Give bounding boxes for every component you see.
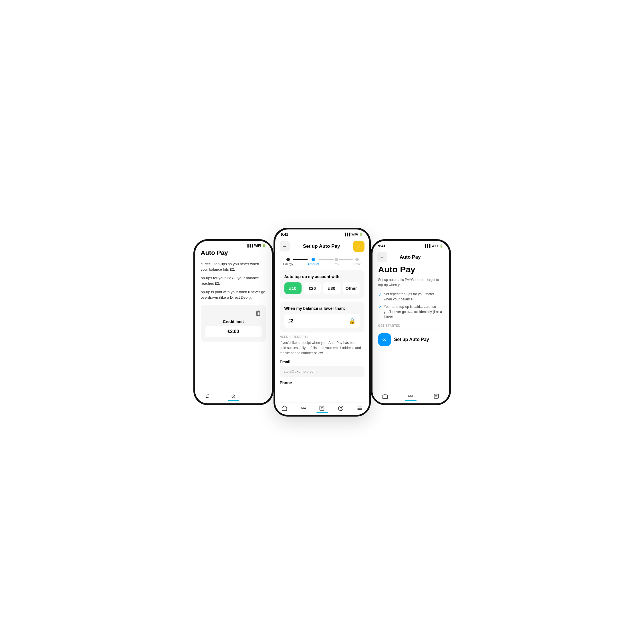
amount-btn-other[interactable]: Other	[343, 282, 360, 294]
left-nav-indicator	[228, 400, 239, 401]
right-content: Auto Pay Set up automatic PAYG top-u... …	[372, 265, 449, 346]
center-nav-billing[interactable]	[319, 405, 325, 411]
svg-point-1	[303, 408, 304, 409]
check-item-2: ✓ Your auto top-up is paid... card, so y…	[378, 304, 443, 320]
left-nav-menu[interactable]: ≡	[257, 393, 261, 399]
left-bottom-nav: £ ⊙ ≡	[195, 390, 272, 403]
check-item-1: ✓ Set repeat top-ups for yo... meter whe…	[378, 292, 443, 302]
credit-value: £2.00	[205, 326, 261, 337]
auto-pay-title: Auto Pay	[378, 265, 443, 274]
center-nav-help[interactable]: ?	[338, 405, 344, 411]
right-wifi-icon: WiFi	[431, 244, 438, 247]
right-back-arrow-icon: ←	[380, 255, 385, 260]
email-input[interactable]	[280, 366, 364, 377]
divider	[378, 330, 443, 330]
back-arrow-icon: ←	[283, 244, 287, 249]
step-label-done: Done	[353, 262, 361, 266]
amount-btn-20[interactable]: £20	[304, 282, 321, 294]
menu-icon: ≡	[257, 393, 261, 399]
phone-label: Phone	[280, 381, 364, 385]
svg-point-13	[408, 396, 409, 397]
credit-label: Credit limit	[205, 319, 261, 324]
topup-card: Auto top-up my account with: £10 £20 £30…	[280, 270, 364, 299]
center-nav-usage[interactable]	[300, 405, 306, 411]
left-description: c PAYG top-ups so you never when your ba…	[201, 261, 266, 300]
balance-card: When my balance is lower than: £2 🔒	[280, 302, 364, 332]
left-nav-bar: £ ⊙ ≡	[195, 393, 272, 399]
right-nav-home[interactable]	[382, 393, 388, 399]
screen-container: ▐▐▐ WiFi 🔋 Auto Pay c PAYG top-ups so yo…	[165, 228, 479, 417]
receipt-desc: If you'd like a receipt when your Auto P…	[280, 340, 364, 356]
step-dot-energy	[286, 258, 290, 261]
step-dot-done	[355, 258, 359, 261]
step-energy: Energy	[283, 258, 293, 266]
right-status-bar: 9:41 ▐▐▐ WiFi 🔋	[372, 241, 449, 250]
step-done: Done	[353, 258, 361, 266]
center-status-icons: ▐▐▐ WiFi 🔋	[344, 233, 363, 236]
center-status-bar: 9:41 ▐▐▐ WiFi 🔋	[275, 229, 369, 238]
center-signal-icon: ▐▐▐	[344, 233, 350, 236]
lightning-icon: ⚡	[355, 243, 362, 250]
header-title: Set up Auto Pay	[303, 243, 340, 249]
center-bottom-nav: ?	[275, 403, 369, 415]
right-back-button[interactable]: ←	[377, 252, 387, 262]
step-label-amount: Amount	[308, 262, 320, 266]
amount-btn-30[interactable]: £30	[323, 282, 340, 294]
balance-row: £2 🔒	[284, 314, 360, 328]
right-bottom-nav	[372, 390, 449, 403]
step-line-1	[293, 259, 308, 260]
step-label-energy: Energy	[283, 262, 293, 266]
left-status-bar: ▐▐▐ WiFi 🔋	[195, 241, 272, 249]
right-nav-billing[interactable]	[433, 393, 439, 399]
wifi-icon: WiFi	[254, 244, 261, 247]
setup-autopay-button[interactable]: ∞ Set up Auto Pay	[378, 333, 443, 346]
svg-point-2	[304, 408, 306, 409]
svg-point-14	[410, 396, 411, 397]
check-mark-2: ✓	[378, 304, 382, 310]
center-nav-home[interactable]	[281, 405, 288, 411]
center-battery-icon: 🔋	[359, 233, 363, 236]
left-content: Auto Pay c PAYG top-ups so you never whe…	[195, 249, 272, 342]
phone-left: ▐▐▐ WiFi 🔋 Auto Pay c PAYG top-ups so yo…	[193, 239, 274, 405]
center-wifi-icon: WiFi	[351, 233, 358, 236]
credit-section: 🗑 Credit limit £2.00	[201, 305, 266, 342]
help-icon: ⊙	[231, 393, 235, 399]
trash-icon-wrap: 🗑	[205, 310, 261, 317]
check-text-1: Set repeat top-ups for yo... meter when …	[384, 292, 443, 302]
phone-right: 9:41 ▐▐▐ WiFi 🔋 ← Auto Pay Auto Pay Set …	[371, 239, 451, 405]
step-dot-pay	[335, 258, 338, 261]
billing-icon: £	[206, 393, 209, 399]
left-title: Auto Pay	[201, 249, 266, 257]
step-amount: Amount	[308, 258, 320, 266]
center-nav-bar: ?	[275, 405, 369, 411]
center-nav-indicator	[316, 412, 328, 413]
back-button[interactable]: ←	[280, 241, 290, 251]
svg-point-0	[301, 408, 302, 409]
right-header: ← Auto Pay	[372, 250, 449, 265]
right-nav-usage[interactable]	[407, 393, 414, 399]
lightning-button[interactable]: ⚡	[353, 241, 364, 252]
right-header-title: Auto Pay	[400, 254, 421, 260]
progress-stepper: Energy Amount Pay Done	[275, 254, 369, 267]
left-nav-help[interactable]: ⊙	[231, 393, 235, 399]
step-line-2	[319, 259, 334, 260]
svg-rect-18	[434, 394, 438, 398]
infinity-icon: ∞	[378, 333, 391, 346]
check-text-2: Your auto top-up is paid... card, so you…	[384, 304, 443, 320]
auto-pay-desc: Set up automatic PAYG top-u... forget to…	[378, 277, 443, 288]
trash-icon[interactable]: 🗑	[255, 310, 261, 317]
balance-value: £2	[288, 318, 294, 324]
svg-rect-5	[320, 406, 324, 410]
step-label-pay: Pay	[334, 262, 339, 266]
right-nav-indicator	[405, 400, 417, 401]
svg-text:?: ?	[340, 406, 342, 410]
center-nav-menu[interactable]	[356, 405, 363, 411]
right-battery-icon: 🔋	[439, 244, 443, 248]
check-mark-1: ✓	[378, 292, 382, 298]
right-time: 9:41	[378, 244, 386, 248]
left-nav-billing[interactable]: £	[206, 393, 209, 399]
amount-btn-10[interactable]: £10	[284, 282, 302, 294]
svg-point-15	[412, 396, 413, 397]
lock-icon: 🔒	[349, 318, 356, 324]
center-header: ← Set up Auto Pay ⚡	[275, 238, 369, 254]
